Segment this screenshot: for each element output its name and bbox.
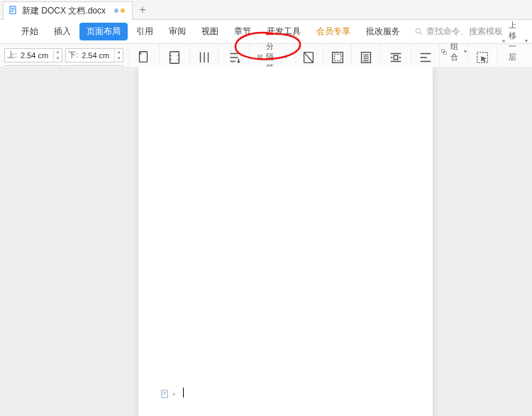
bring-forward-button[interactable]: 上移一层▾ — [501, 20, 528, 62]
spin-up-icon[interactable]: ▲ — [54, 49, 62, 55]
columns-icon — [196, 50, 213, 65]
menu-start[interactable]: 开始 — [14, 23, 45, 40]
svg-rect-4 — [257, 55, 262, 56]
search-placeholder: 查找命令、搜索模板 — [426, 26, 503, 38]
page-border-icon — [329, 50, 346, 65]
document-tab-title: 新建 DOCX 文档.docx — [22, 5, 106, 17]
text-cursor — [183, 388, 184, 398]
separator-icon — [257, 52, 263, 62]
selection-pane-icon — [474, 50, 491, 65]
document-tab[interactable]: 新建 DOCX 文档.docx — [3, 1, 133, 20]
section-icon — [160, 389, 170, 399]
svg-rect-14 — [502, 40, 504, 42]
margin-bottom-input[interactable]: 下: 2.54 cm ▲▼ — [65, 48, 123, 62]
margin-top-input[interactable]: 上: 2.54 cm ▲▼ — [4, 48, 62, 62]
align-icon — [417, 50, 434, 65]
menu-devtools[interactable]: 开发工具 — [260, 23, 308, 40]
menu-sections[interactable]: 章节 — [227, 23, 258, 40]
section-marker[interactable]: ▾ — [160, 389, 175, 399]
menu-vip[interactable]: 会员专享 — [309, 23, 358, 40]
menu-correction[interactable]: 批改服务 — [359, 23, 407, 40]
menu-references[interactable]: 引用 — [129, 23, 160, 40]
svg-rect-10 — [394, 55, 398, 60]
svg-point-1 — [416, 28, 421, 33]
menu-insert[interactable]: 插入 — [47, 23, 78, 40]
new-tab-button[interactable]: + — [133, 0, 153, 20]
paper-setup-icon — [358, 50, 375, 65]
bring-forward-icon — [501, 36, 506, 46]
document-page[interactable]: ▾ — [138, 67, 433, 416]
group-button[interactable]: 组合▾ — [440, 41, 467, 62]
spin-up-icon[interactable]: ▲ — [115, 49, 123, 55]
text-wrap-icon — [387, 50, 404, 65]
search-icon — [414, 27, 423, 36]
tab-indicators — [114, 9, 125, 13]
spin-down-icon[interactable]: ▼ — [54, 55, 62, 62]
title-tab-bar: 新建 DOCX 文档.docx + — [0, 0, 532, 20]
spin-down-icon[interactable]: ▼ — [115, 55, 123, 62]
paper-size-icon — [166, 50, 183, 65]
svg-rect-3 — [170, 51, 179, 63]
paper-orientation-icon — [135, 50, 152, 65]
text-direction-icon — [226, 50, 243, 65]
menu-review[interactable]: 审阅 — [162, 23, 193, 40]
group-icon — [440, 47, 448, 57]
background-icon — [300, 50, 317, 65]
command-search[interactable]: 查找命令、搜索模板 — [414, 26, 503, 38]
menu-view[interactable]: 视图 — [194, 23, 226, 40]
svg-rect-5 — [257, 58, 262, 60]
menu-page-layout[interactable]: 页面布局 — [79, 23, 128, 40]
document-icon — [8, 5, 18, 17]
svg-rect-8 — [334, 54, 340, 60]
document-workspace: ▾ — [0, 67, 532, 416]
